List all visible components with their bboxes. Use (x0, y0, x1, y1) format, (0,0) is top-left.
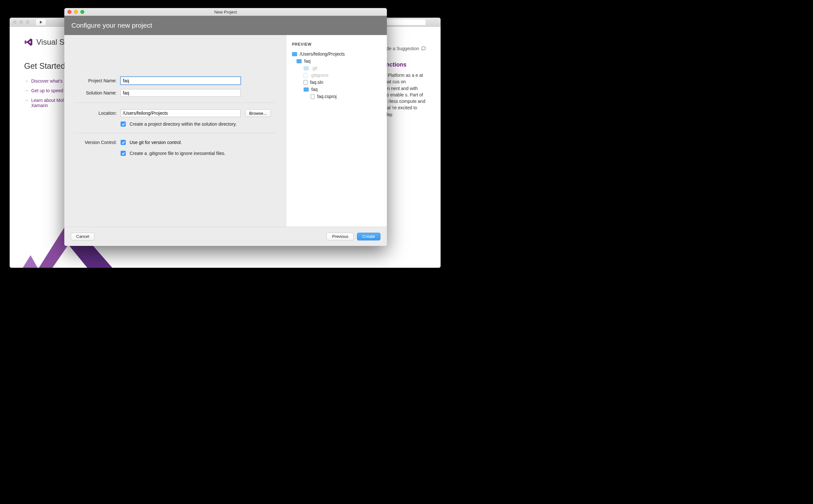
location-input[interactable] (121, 109, 240, 117)
dialog-min-icon[interactable] (74, 10, 78, 14)
preview-pane: PREVIEW /Users/feilong/Projects faq .git… (286, 35, 387, 227)
run-button[interactable] (35, 19, 46, 26)
solution-name-input[interactable] (121, 89, 240, 97)
use-git-checkbox[interactable] (121, 140, 126, 145)
folder-icon (292, 52, 297, 56)
use-git-label: Use git for version control. (130, 140, 182, 145)
traffic-lights-dialog (68, 10, 84, 14)
project-name-label: Project Name: (74, 78, 121, 83)
dialog-close-icon[interactable] (68, 10, 71, 14)
create-dir-label: Create a project directory within the so… (130, 121, 237, 127)
folder-icon (303, 87, 309, 92)
cancel-button[interactable]: Cancel (71, 233, 95, 240)
dialog-footer: Cancel Previous Create (64, 227, 387, 246)
folder-icon (296, 59, 302, 63)
version-control-label: Version Control: (74, 140, 121, 145)
file-icon (311, 94, 314, 99)
close-dot[interactable] (13, 20, 17, 24)
dialog-titlebar: New Project (64, 8, 387, 16)
dialog-max-icon[interactable] (80, 10, 84, 14)
tree-node-gitdir: .git (292, 65, 381, 72)
chat-bubble-icon (421, 46, 426, 51)
tree-node-gitignore: .gitignore (292, 72, 381, 79)
browse-button[interactable]: Browse... (245, 109, 271, 117)
dialog-header: Configure your new project (64, 16, 387, 35)
create-button[interactable]: Create (357, 233, 380, 240)
tree-node-solution-dir: faq (292, 58, 381, 65)
file-icon (303, 80, 307, 85)
gitignore-checkbox[interactable] (121, 151, 126, 156)
form-pane: Project Name: Solution Name: Location: B… (64, 35, 286, 227)
visual-studio-icon (24, 38, 33, 47)
file-icon (303, 73, 307, 78)
traffic-lights-parent (13, 20, 30, 24)
tree-node-projdir: faq (292, 86, 381, 93)
max-dot[interactable] (26, 20, 30, 24)
new-project-dialog: New Project Configure your new project P… (64, 8, 387, 246)
folder-icon (303, 66, 309, 70)
solution-name-label: Solution Name: (74, 90, 121, 95)
dialog-title: New Project (214, 10, 237, 14)
tree-node-csproj: faq.csproj (292, 93, 381, 100)
min-dot[interactable] (19, 20, 23, 24)
previous-button[interactable]: Previous (326, 233, 354, 240)
create-dir-checkbox[interactable] (121, 121, 126, 127)
location-label: Location: (74, 111, 121, 116)
tree-node-root: /Users/feilong/Projects (292, 50, 381, 58)
preview-title: PREVIEW (292, 42, 381, 47)
project-name-input[interactable] (121, 77, 240, 85)
tree-node-sln: faq.sln (292, 79, 381, 86)
gitignore-label: Create a .gitignore file to ignore iness… (130, 151, 225, 156)
